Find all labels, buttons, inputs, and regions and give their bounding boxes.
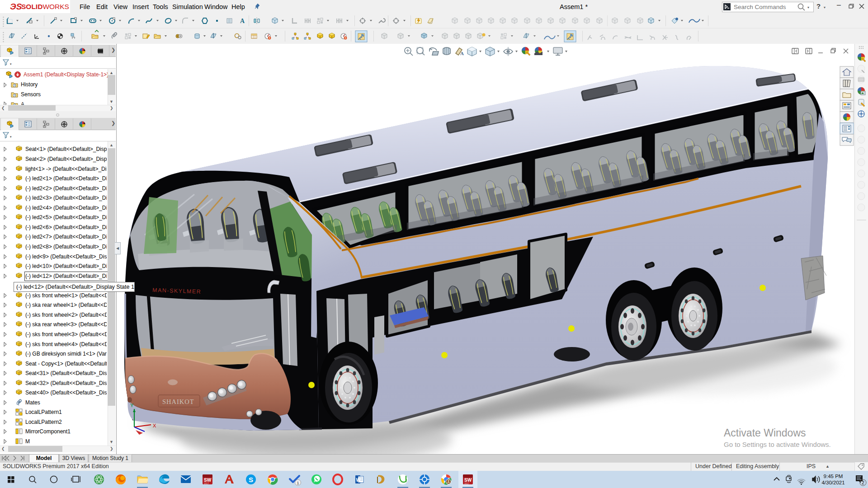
svg-text:2017: 2017 [464, 482, 469, 485]
svg-text:Go to Settings to activate Win: Go to Settings to activate Windows. [724, 441, 831, 448]
svg-text:W: W [356, 477, 361, 483]
svg-text:A: A [460, 51, 464, 56]
svg-text:Y: Y [130, 403, 134, 408]
svg-text:2017: 2017 [204, 482, 209, 485]
svg-text:X: X [153, 423, 156, 428]
svg-text:Activate Windows: Activate Windows [724, 427, 806, 439]
svg-text:S: S [249, 476, 253, 483]
svg-text:4/30/2021: 4/30/2021 [821, 480, 844, 485]
svg-text:SHAIKOT: SHAIKOT [162, 398, 194, 405]
svg-text:ЭS: ЭS [10, 2, 22, 11]
svg-text:SOLIDWORKS: SOLIDWORKS [21, 3, 69, 10]
svg-text:1: 1 [297, 481, 299, 485]
svg-text:2: 2 [862, 480, 864, 485]
svg-text:9:45 PM: 9:45 PM [824, 474, 843, 479]
